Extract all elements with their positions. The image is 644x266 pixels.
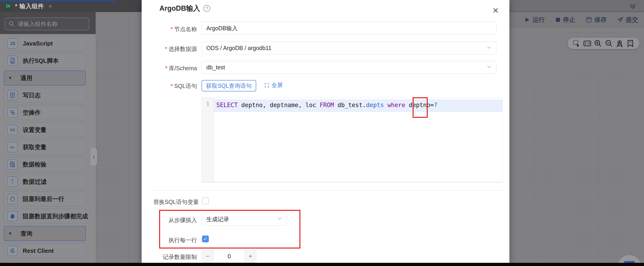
help-icon[interactable]: ? — [203, 5, 210, 12]
sidebar-item-noop[interactable]: 空操作 — [4, 105, 86, 120]
bookmark-icon[interactable] — [626, 39, 634, 47]
zoom-in-icon[interactable] — [594, 39, 602, 47]
sidebar-group-general[interactable]: ▾ 通用 — [4, 70, 86, 86]
sidebar-item-rest-client[interactable]: R Rest Client — [4, 243, 86, 258]
tab-title: * 输入组件 — [15, 2, 44, 10]
data-filter-icon — [7, 176, 18, 187]
svg-text:R: R — [12, 249, 14, 252]
caret-down-icon: ▾ — [9, 231, 12, 237]
search-icon — [9, 21, 14, 27]
editor-codepane[interactable]: SELECT deptno, deptname, loc FROM db_tes… — [214, 98, 502, 182]
fullscreen-icon — [264, 83, 270, 88]
play-icon — [524, 17, 530, 23]
line-number: 1 — [202, 101, 214, 107]
sql-code-line: SELECT deptno, deptname, loc FROM db_tes… — [216, 102, 438, 109]
rest-client-icon: R — [7, 246, 18, 256]
submit-button[interactable]: 提交 — [617, 16, 638, 24]
fetch-sql-button[interactable]: 获取SQL查询语句 — [202, 80, 256, 91]
write-log-icon — [7, 90, 18, 101]
sidebar-item-web-service-query[interactable]: Web服务查询 — [4, 261, 86, 263]
search-placeholder: 请输入组件名称 — [18, 20, 58, 28]
editor-gutter: 1 — [202, 98, 214, 182]
chevron-down-icon — [486, 44, 492, 52]
insert-from-step-label: 从步骤插入 — [168, 216, 197, 224]
component-sidebar: JS JavaScript 执行SQL脚本 ▾ 通用 写日志 — [0, 34, 96, 263]
noop-icon — [7, 107, 18, 118]
chevron-down-icon — [486, 64, 492, 71]
sidebar-item-block-last-row[interactable]: 阻塞到最后一行 — [4, 191, 86, 206]
set-variable-icon: (x) — [7, 125, 18, 135]
sql-label: *SQL语句 — [170, 82, 197, 90]
record-limit-label: 记录数量限制 — [163, 253, 197, 261]
sql-script-icon — [7, 55, 18, 66]
ratio-1-1-icon[interactable] — [583, 39, 592, 47]
component-list: JS JavaScript 执行SQL脚本 ▾ 通用 写日志 — [0, 34, 96, 263]
sidebar-item-set-variable[interactable]: (x) 设置变量 — [4, 122, 86, 137]
block-last-row-icon — [7, 194, 18, 204]
node-name-label: *节点名称 — [170, 25, 197, 33]
chevron-double-down-icon[interactable] — [628, 2, 637, 11]
locate-icon[interactable] — [616, 39, 624, 47]
section-divider — [151, 190, 504, 191]
send-icon — [617, 17, 624, 23]
canvas-action-row: 运行 停止 保存 提交 — [510, 12, 644, 27]
stop-icon — [555, 17, 561, 22]
sidebar-group-query[interactable]: ▾ 查询 — [4, 226, 86, 241]
execute-each-row-checkbox[interactable]: ✓ — [202, 236, 209, 242]
sidebar-item-block-until-steps-done[interactable]: 阻塞数据直到步骤都完成 — [4, 209, 86, 224]
tab-input-component[interactable]: DI * 输入组件 × — [4, 2, 52, 10]
sql-editor[interactable]: 1 SELECT deptno, deptname, loc FROM db_t… — [202, 97, 502, 182]
marquee-select-icon[interactable] — [572, 39, 581, 47]
sidebar-item-write-log[interactable]: 写日志 — [4, 88, 86, 103]
sidebar-item-execute-sql[interactable]: 执行SQL脚本 — [4, 53, 86, 68]
argodb-input-modal: ArgoDB输入 ? ✕ *节点名称 ArgoDB输入 *选择数据源 ODS /… — [142, 0, 510, 266]
run-button[interactable]: 运行 — [524, 16, 545, 24]
data-check-icon — [7, 159, 18, 170]
node-name-input[interactable]: ArgoDB输入 — [202, 22, 496, 34]
active-tab-accent — [0, 0, 115, 1]
sidebar-item-get-variable[interactable]: A≡ 获取变量 — [4, 139, 86, 155]
fullscreen-link[interactable]: 全屏 — [264, 81, 283, 89]
datasource-label: *选择数据源 — [165, 45, 197, 53]
replace-var-label: 替换SQL语句变量 — [153, 198, 199, 206]
record-limit-value[interactable]: 0 — [214, 250, 244, 263]
insert-from-step-select[interactable]: 生成记录 — [202, 213, 287, 226]
stepper-minus-button[interactable]: − — [202, 250, 214, 263]
caret-down-icon: ▾ — [9, 75, 12, 81]
di-badge: DI — [4, 2, 12, 10]
canvas-tool-pill — [568, 38, 640, 49]
sidebar-item-data-check[interactable]: 数据检验 — [4, 157, 86, 172]
component-search-input[interactable]: 请输入组件名称 — [4, 17, 89, 30]
javascript-icon: JS — [7, 38, 18, 49]
execute-each-row-label: 执行每一行 — [168, 237, 197, 244]
sidebar-item-data-filter[interactable]: 数据过滤 — [4, 174, 86, 189]
save-icon — [586, 17, 592, 23]
record-limit-stepper: − 0 + — [201, 250, 256, 263]
modal-close-icon[interactable]: ✕ — [492, 6, 499, 15]
get-variable-icon: A≡ — [7, 142, 18, 152]
zoom-out-icon[interactable] — [605, 39, 613, 47]
schema-select[interactable]: db_test — [202, 61, 496, 74]
tab-close-icon[interactable]: × — [48, 3, 52, 10]
schema-label: *库/Schema — [165, 65, 197, 72]
stepper-plus-button[interactable]: + — [244, 250, 256, 263]
sidebar-collapse-handle[interactable]: ‹ — [91, 148, 97, 165]
save-button[interactable]: 保存 — [586, 16, 607, 24]
chevron-down-icon — [277, 216, 282, 223]
component-panel-header: 请输入组件名称 — [0, 12, 96, 34]
modal-title: ArgoDB输入 — [160, 4, 200, 13]
datasource-select[interactable]: ODS / ArgoDB / argodb11 — [202, 42, 496, 54]
replace-var-checkbox[interactable] — [202, 197, 209, 204]
stop-button[interactable]: 停止 — [555, 16, 575, 24]
sidebar-item-javascript[interactable]: JS JavaScript — [4, 36, 86, 51]
app-root: DI * 输入组件 × 运行 停止 保存 — [0, 0, 644, 266]
block-until-done-icon — [7, 211, 18, 221]
bottom-bar — [0, 263, 644, 266]
tab-strip-left: DI * 输入组件 × — [0, 0, 142, 12]
annotation-box-sql-param — [413, 97, 428, 118]
